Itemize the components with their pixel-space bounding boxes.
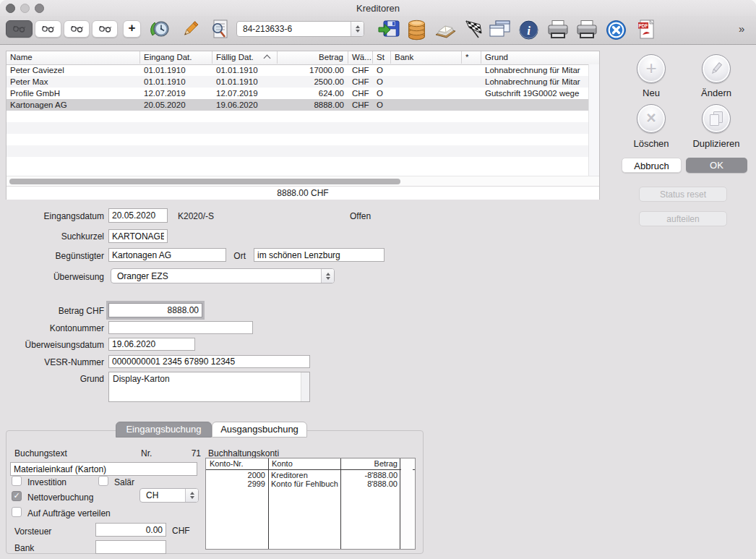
- chevron-down-icon: [190, 496, 194, 499]
- investition-checkbox[interactable]: [12, 476, 22, 486]
- windows-button[interactable]: [488, 20, 511, 39]
- column-header-grund[interactable]: Grund: [481, 51, 590, 64]
- table-row-selected[interactable]: Kartonagen AG 20.05.2020 19.06.2020 8888…: [7, 99, 599, 111]
- vesr-nummer-field[interactable]: [108, 355, 310, 368]
- print-alt-button[interactable]: [575, 20, 598, 40]
- edit-button[interactable]: [181, 20, 200, 39]
- salaer-checkbox[interactable]: [98, 476, 108, 486]
- kontonummer-field[interactable]: [108, 321, 253, 334]
- ueberweisung-select[interactable]: Oranger EZS: [111, 268, 335, 283]
- view-query-button-2[interactable]: [35, 20, 61, 38]
- duplicate-documents-icon: [710, 111, 723, 126]
- save-import-button[interactable]: [377, 18, 400, 41]
- tab-ausgangsbuchung[interactable]: Ausgangsbuchung: [212, 422, 307, 438]
- grund-textarea[interactable]: Display-Karton: [108, 372, 310, 402]
- ueberweisung-stepper[interactable]: [321, 269, 334, 283]
- history-button[interactable]: [149, 18, 171, 40]
- record-number-stepper[interactable]: [351, 22, 364, 36]
- konti-column-nr: Konto-Nr.: [210, 459, 243, 468]
- glasses-icon: [98, 22, 112, 35]
- betrag-field[interactable]: [108, 303, 202, 317]
- ueberweisung-value: Oranger EZS: [117, 271, 168, 281]
- find-record-button[interactable]: [208, 18, 231, 41]
- export-pdf-button[interactable]: PDF: [636, 19, 656, 40]
- buchungstext-field[interactable]: [10, 462, 197, 476]
- horizontal-scrollbar-track[interactable]: [7, 176, 599, 187]
- ort-field[interactable]: [254, 248, 385, 262]
- neu-button[interactable]: +: [637, 54, 666, 83]
- chevron-down-icon: [356, 30, 360, 33]
- table-row-empty: [7, 134, 599, 145]
- journal-button[interactable]: [434, 20, 458, 40]
- toolbar-overflow-button[interactable]: »: [739, 22, 743, 35]
- info-button[interactable]: i: [518, 20, 539, 40]
- table-row[interactable]: Peter Max 01.01.1910 01.01.1910 2500.00 …: [7, 76, 599, 88]
- konti-row[interactable]: 2000 Kreditoren -8'888.00: [206, 471, 415, 479]
- close-record-button[interactable]: [606, 20, 627, 40]
- ueberweisungsdatum-field[interactable]: [108, 338, 195, 351]
- finish-button[interactable]: [461, 18, 484, 41]
- horizontal-scrollbar-thumb[interactable]: [9, 179, 400, 184]
- vorsteuer-field[interactable]: [95, 523, 166, 537]
- record-number-value: 84-213633-6: [243, 24, 292, 34]
- tab-eingangsbuchung[interactable]: Eingangsbuchung: [116, 422, 212, 438]
- column-header-eingang-dat[interactable]: Eingang Dat.: [140, 51, 212, 64]
- bank-field[interactable]: [95, 540, 166, 554]
- auf-auftraege-checkbox[interactable]: [12, 507, 22, 517]
- table-row[interactable]: Peter Caviezel 01.01.1910 01.01.1910 170…: [7, 64, 599, 76]
- print-button[interactable]: [546, 20, 570, 40]
- konti-table-header: Konto-Nr. Konto Betrag: [206, 458, 415, 470]
- glasses-icon: [41, 22, 55, 35]
- find-document-icon: [208, 18, 231, 41]
- ueberweisung-label: Überweisung: [14, 272, 104, 282]
- beguenstigter-field[interactable]: [108, 248, 226, 262]
- konti-scrollbar-track[interactable]: [401, 459, 413, 548]
- vertical-scrollbar-track[interactable]: [588, 64, 599, 176]
- eingangsdatum-label: Eingangsdatum: [14, 211, 104, 221]
- suchkurzel-field[interactable]: [108, 229, 168, 243]
- aendern-button[interactable]: [702, 54, 731, 83]
- salaer-label: Salär: [114, 477, 134, 487]
- view-query-button-3[interactable]: [64, 20, 90, 38]
- sort-ascending-icon: [264, 55, 271, 62]
- creditors-table: Name Eingang Dat. Fällig Dat. Betrag Wä.…: [6, 51, 600, 200]
- loeschen-label: Löschen: [626, 138, 676, 149]
- ok-button[interactable]: OK: [686, 158, 747, 173]
- pencil-icon: [709, 61, 723, 76]
- duplizieren-button[interactable]: [702, 104, 731, 133]
- investition-label: Investition: [27, 477, 66, 487]
- view-list-button-active[interactable]: [6, 20, 33, 38]
- glasses-icon: [70, 22, 84, 35]
- ueberweisungsdatum-label: Überweisungsdatum: [10, 340, 104, 350]
- column-header-bank[interactable]: Bank: [391, 51, 462, 64]
- konti-row[interactable]: 2999 Konto für Fehlbuch 8'888.00: [206, 479, 415, 488]
- column-header-waehrung[interactable]: Wä...: [348, 51, 373, 64]
- add-record-button[interactable]: +: [123, 20, 141, 38]
- column-header-betrag[interactable]: Betrag: [278, 51, 348, 64]
- database-button[interactable]: [407, 19, 426, 41]
- status-reset-button[interactable]: Status reset: [639, 187, 727, 202]
- view-query-button-4[interactable]: [92, 20, 118, 38]
- eingangsdatum-field[interactable]: [108, 208, 168, 223]
- column-header-star[interactable]: *: [462, 51, 481, 64]
- land-stepper[interactable]: [185, 489, 198, 502]
- save-disk-arrow-icon: [377, 18, 400, 41]
- nettoverbuchung-checkbox[interactable]: [12, 491, 22, 501]
- notebook-icon: [434, 20, 458, 40]
- land-select[interactable]: CH: [139, 488, 199, 503]
- kontonummer-label: Kontonummer: [14, 323, 104, 333]
- aufteilen-button[interactable]: aufteilen: [639, 211, 727, 226]
- record-number-combobox[interactable]: 84-213633-6: [236, 21, 364, 37]
- abbruch-button[interactable]: Abbruch: [622, 158, 682, 173]
- grund-value: Display-Karton: [113, 374, 170, 384]
- column-header-status[interactable]: St: [373, 51, 391, 64]
- column-header-name[interactable]: Name: [7, 51, 140, 64]
- konti-column-divider: [340, 458, 341, 549]
- loeschen-button[interactable]: ×: [637, 104, 666, 133]
- chevron-up-icon: [326, 273, 330, 276]
- table-row[interactable]: Profile GmbH 12.07.2019 12.07.2019 624.0…: [7, 88, 599, 99]
- printer-icon: [575, 20, 598, 40]
- column-header-faellig-dat[interactable]: Fällig Dat.: [212, 51, 278, 64]
- grund-scrollbar[interactable]: [301, 372, 309, 401]
- close-x-icon: [606, 20, 627, 40]
